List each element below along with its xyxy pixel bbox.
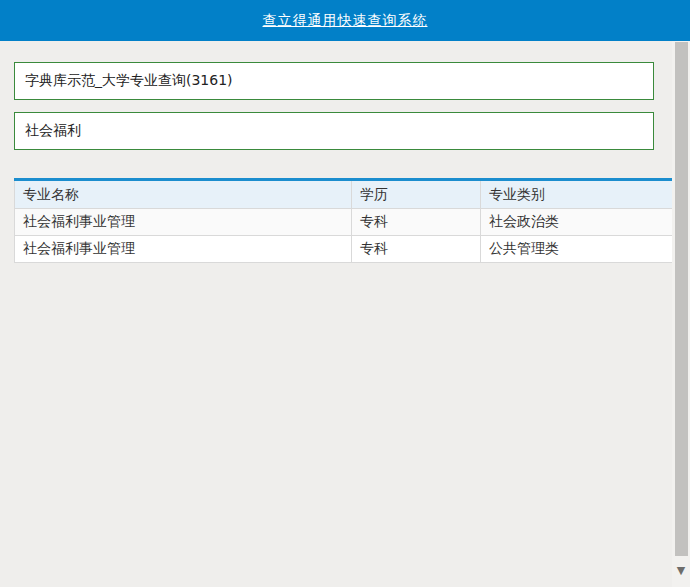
scroll-down-icon[interactable]: ▼ bbox=[672, 565, 690, 576]
query-title-box[interactable]: 字典库示范_大学专业查询(3161) bbox=[14, 62, 654, 100]
app-title-link[interactable]: 查立得通用快速查询系统 bbox=[263, 12, 428, 30]
scrollbar-thumb[interactable] bbox=[675, 42, 688, 556]
keyword-text: 社会福利 bbox=[25, 122, 81, 140]
results-table: 专业名称 学历 专业类别 社会福利事业管理 专科 社会政治类 社会福利事业管理 … bbox=[14, 178, 690, 263]
cell-major: 社会福利事业管理 bbox=[15, 209, 352, 236]
table-row: 社会福利事业管理 专科 社会政治类 bbox=[15, 209, 690, 236]
vertical-scrollbar[interactable]: ▼ bbox=[672, 41, 690, 587]
cell-degree: 专科 bbox=[352, 236, 481, 263]
table-row: 社会福利事业管理 专科 公共管理类 bbox=[15, 236, 690, 263]
cell-category: 社会政治类 bbox=[481, 209, 690, 236]
query-title-text: 字典库示范_大学专业查询(3161) bbox=[25, 72, 233, 90]
col-header-degree: 学历 bbox=[352, 180, 481, 209]
col-header-category: 专业类别 bbox=[481, 180, 690, 209]
cell-category: 公共管理类 bbox=[481, 236, 690, 263]
cell-major: 社会福利事业管理 bbox=[15, 236, 352, 263]
app-header: 查立得通用快速查询系统 bbox=[0, 0, 690, 41]
cell-degree: 专科 bbox=[352, 209, 481, 236]
keyword-box[interactable]: 社会福利 bbox=[14, 112, 654, 150]
col-header-major: 专业名称 bbox=[15, 180, 352, 209]
table-header-row: 专业名称 学历 专业类别 bbox=[15, 180, 690, 209]
